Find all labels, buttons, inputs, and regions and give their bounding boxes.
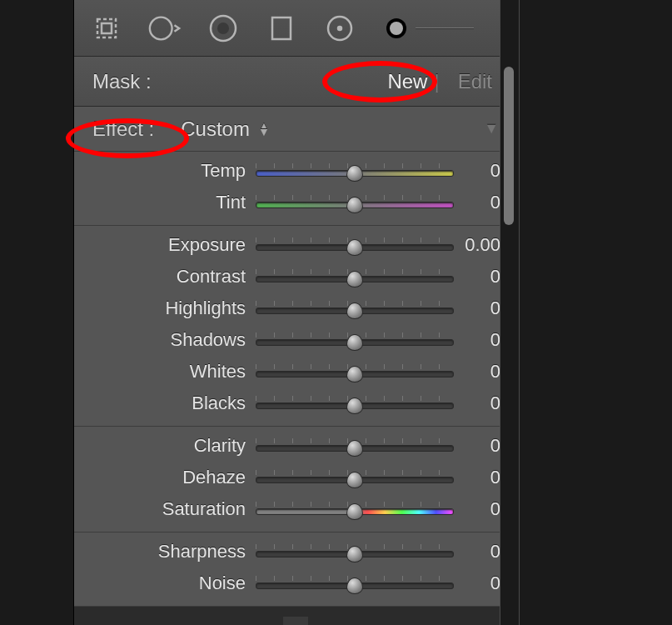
slider-row-tint: Tint0 [74,187,517,218]
slider-row-temp: Temp0 [74,155,517,187]
slider-value[interactable]: 0.00 [454,234,500,256]
effect-preset-dropdown[interactable]: Custom ▲▼ [181,118,270,141]
slider-thumb[interactable] [346,302,363,319]
collapse-toggle-icon[interactable]: ▼ [484,120,499,138]
slider-label: Blacks [74,392,256,414]
slider-value[interactable]: 0 [454,192,500,213]
scroll-thumb[interactable] [504,67,514,225]
slider-clarity[interactable] [256,438,454,453]
adjustment-group: Clarity0Dehaze0Saturation0 [74,427,517,532]
slider-value[interactable]: 0 [454,329,500,351]
slider-exposure[interactable] [256,238,454,252]
slider-label: Sharpness [74,541,256,562]
slider-thumb[interactable] [346,578,363,594]
svg-point-4 [217,22,229,34]
slider-value[interactable]: 0 [454,266,500,288]
slider-label: Dehaze [74,467,256,488]
slider-label: Saturation [74,498,256,520]
slider-thumb[interactable] [346,472,363,488]
slider-row-noise: Noise0 [74,568,517,599]
slider-label: Exposure [74,234,256,256]
slider-label: Clarity [74,435,256,457]
slider-thumb[interactable] [346,398,363,414]
brush-circle-icon[interactable] [147,11,182,46]
slider-row-whites: Whites0 [74,356,517,388]
slider-label: Contrast [74,266,256,288]
slider-label: Noise [74,572,256,594]
dropdown-caret-icon: ▲▼ [258,123,270,135]
slider-value[interactable]: 0 [454,160,500,182]
adjustment-group: Sharpness0Noise0 [74,532,517,607]
svg-rect-1 [102,23,112,33]
linear-gradient-icon[interactable] [264,11,299,46]
slider-value[interactable]: 0 [454,435,500,457]
new-mask-button[interactable]: New [381,68,434,95]
slider-thumb[interactable] [346,271,363,288]
slider-thumb[interactable] [346,165,363,182]
radial-gradient-icon[interactable] [322,11,357,46]
slider-value[interactable]: 0 [454,361,500,382]
slider-thumb[interactable] [346,366,363,382]
slider-saturation[interactable] [256,502,454,517]
slider-tint[interactable] [256,195,454,210]
svg-rect-0 [97,19,116,38]
slider-thumb[interactable] [346,197,363,213]
slider-label: Shadows [74,329,256,351]
crop-tool-icon[interactable] [89,11,124,46]
slider-row-shadows: Shadows0 [74,324,517,356]
slider-value[interactable]: 0 [454,572,500,594]
slider-row-contrast: Contrast0 [74,261,517,292]
slider-value[interactable]: 0 [454,392,500,414]
slider-temp[interactable] [256,163,454,178]
panel-resize-notch[interactable] [283,617,308,625]
slider-dehaze[interactable] [256,470,454,485]
svg-rect-5 [272,18,291,39]
slider-row-blacks: Blacks0 [74,388,517,419]
slider-label: Highlights [74,298,256,319]
slider-shadows[interactable] [256,332,454,348]
slider-row-exposure: Exposure0.00 [74,229,517,261]
range-mask-tool[interactable] [381,12,474,44]
slider-row-sharpness: Sharpness0 [74,536,517,568]
svg-point-9 [390,22,403,35]
slider-value[interactable]: 0 [454,541,500,562]
slider-value[interactable]: 0 [454,298,500,319]
slider-value[interactable]: 0 [454,467,500,488]
slider-label: Tint [74,192,256,213]
svg-point-2 [150,17,172,39]
adjustment-group: Temp0Tint0 [74,152,517,226]
develop-panel: Mask : New | Edit Effect : Custom ▲▼ ▼ T… [73,0,518,625]
slider-noise[interactable] [256,576,454,591]
adjustments-body: Temp0Tint0Exposure0.00Contrast0Highlight… [74,152,517,607]
slider-blacks[interactable] [256,396,454,411]
adjustment-group: Exposure0.00Contrast0Highlights0Shadows0… [74,226,517,427]
edit-mask-button[interactable]: Edit [451,68,499,95]
slider-row-dehaze: Dehaze0 [74,462,517,493]
slider-thumb[interactable] [346,503,363,520]
slider-whites[interactable] [256,364,454,379]
slider-highlights[interactable] [256,301,454,316]
mask-label: Mask : [92,70,152,93]
slider-thumb[interactable] [346,239,363,256]
slider-thumb[interactable] [346,334,363,351]
slider-thumb[interactable] [346,440,363,457]
slider-label: Temp [74,160,256,182]
panel-scrollbar[interactable] [500,0,520,625]
effect-row: Effect : Custom ▲▼ ▼ [74,107,517,152]
slider-contrast[interactable] [256,269,454,284]
slider-row-clarity: Clarity0 [74,430,517,462]
slider-label: Whites [74,361,256,382]
eye-target-icon[interactable] [206,11,241,46]
svg-point-7 [338,27,341,30]
slider-value[interactable]: 0 [454,498,500,520]
slider-row-saturation: Saturation0 [74,493,517,525]
slider-row-highlights: Highlights0 [74,292,517,324]
slider-sharpness[interactable] [256,544,454,559]
effect-label: Effect : [92,118,154,141]
mask-row: Mask : New | Edit [74,57,517,107]
slider-thumb[interactable] [346,546,363,562]
mask-toolbar [74,0,517,57]
